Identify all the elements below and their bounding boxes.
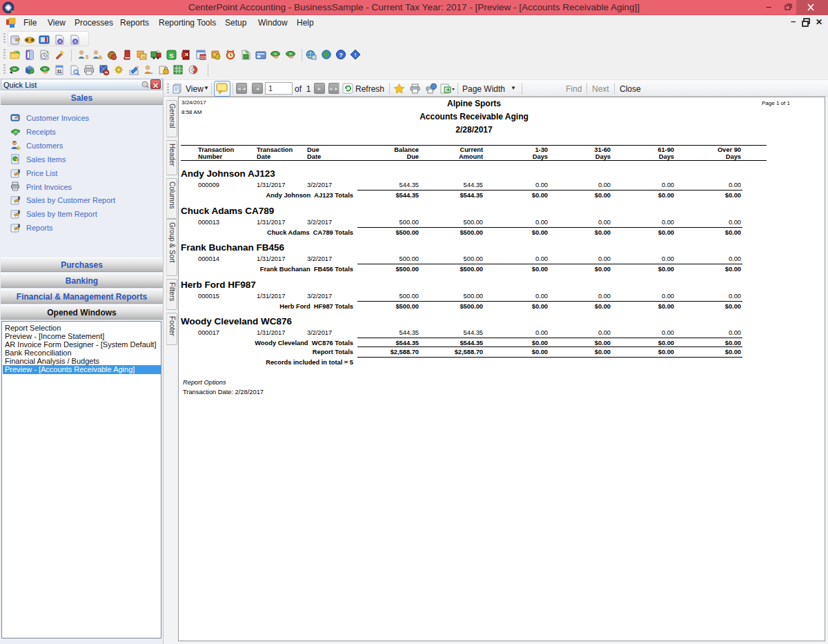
svg-text:►: ►: [317, 86, 322, 91]
svg-text:$: $: [86, 54, 89, 60]
svg-text:S: S: [169, 52, 173, 59]
svg-text:123: 123: [200, 55, 206, 59]
svg-text:◄◄: ◄◄: [237, 86, 246, 91]
svg-text:!: !: [355, 52, 357, 58]
svg-text:?: ?: [339, 52, 343, 59]
svg-text:◄: ◄: [255, 86, 260, 91]
svg-text:31: 31: [57, 69, 62, 74]
svg-text:►►: ►►: [329, 86, 339, 91]
